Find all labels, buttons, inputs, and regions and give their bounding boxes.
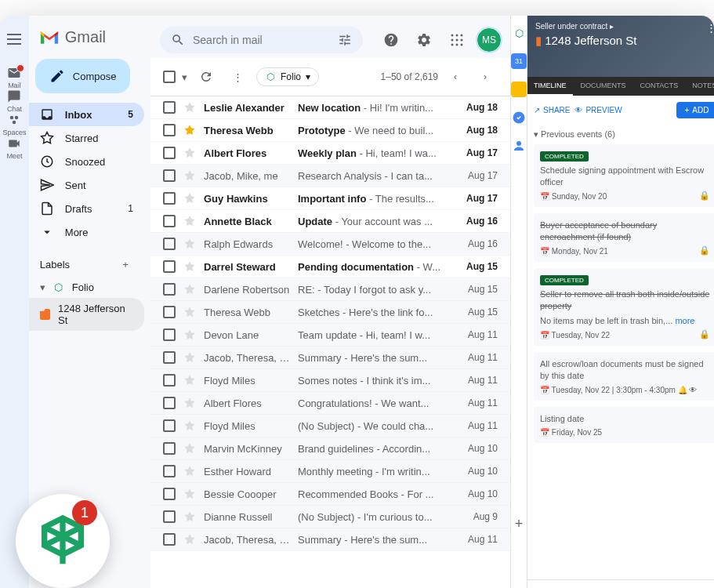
event-card[interactable]: Listing date📅 Friday, Nov 25	[534, 407, 714, 443]
email-row[interactable]: Jacob, Theresa, meSummary - Here's the s…	[150, 528, 510, 551]
email-checkbox[interactable]	[163, 238, 176, 250]
email-row[interactable]: Esther HowardMonthly meeting - I'm writi…	[150, 460, 510, 483]
folio-rail-icon[interactable]: ⬡	[511, 25, 527, 41]
folio-filter[interactable]: ⬡ Folio ▾	[256, 67, 319, 86]
star-icon[interactable]	[183, 397, 196, 409]
preview-button[interactable]: 👁 PREVIEW	[574, 106, 622, 114]
email-row[interactable]: Albert FloresCongratulations! - We want.…	[150, 392, 510, 415]
star-icon[interactable]	[183, 419, 196, 432]
keep-rail-icon[interactable]	[511, 82, 527, 97]
star-icon[interactable]	[183, 192, 196, 205]
label-item[interactable]: 1248 Jefferson St	[29, 298, 144, 331]
email-row[interactable]: Jacob, Theresa, meSummary - Here's the s…	[150, 347, 510, 369]
settings-icon[interactable]	[411, 27, 437, 53]
star-icon[interactable]	[183, 374, 196, 387]
email-row[interactable]: Floyd Miles(No Subject) - We could cha..…	[150, 415, 510, 437]
select-all-checkbox[interactable]	[163, 71, 176, 83]
email-row[interactable]: Darrel StewardPending documentation - W.…	[150, 256, 510, 278]
nav-drafts[interactable]: Drafts1	[29, 197, 144, 220]
email-row[interactable]: Floyd MilesSomes notes - I think it's im…	[150, 369, 510, 392]
star-icon[interactable]	[183, 260, 196, 273]
email-checkbox[interactable]	[163, 101, 176, 114]
email-row[interactable]: Jacob, Mike, meResearch Analysis - I can…	[150, 165, 510, 187]
email-checkbox[interactable]	[163, 397, 176, 409]
email-row[interactable]: Marvin McKinneyBrand guidelines - Accord…	[150, 437, 510, 460]
previous-events-toggle[interactable]: ▾ Previous events (6)	[534, 125, 714, 144]
tab-notes[interactable]: NOTES	[686, 77, 714, 96]
star-icon[interactable]	[183, 283, 196, 296]
email-checkbox[interactable]	[163, 260, 176, 273]
star-icon[interactable]	[183, 101, 196, 114]
panel-menu[interactable]: ⋮	[706, 22, 714, 34]
email-checkbox[interactable]	[163, 147, 176, 159]
avatar[interactable]: MS	[477, 28, 501, 52]
add-label-button[interactable]: +	[118, 256, 133, 272]
email-row[interactable]: Guy HawkinsImportant info - The results.…	[150, 187, 510, 210]
nav-more[interactable]: More	[29, 220, 144, 244]
email-checkbox[interactable]	[163, 488, 176, 500]
apps-icon[interactable]	[444, 27, 469, 53]
event-card[interactable]: COMPLETEDSchedule signing appointment wi…	[534, 144, 714, 207]
rail-mail[interactable]: Mail	[2, 66, 26, 89]
star-icon[interactable]	[183, 488, 196, 500]
prev-page[interactable]: ‹	[443, 64, 468, 89]
email-row[interactable]: Ralph EdwardsWelcome! - Welcome to the..…	[150, 233, 510, 256]
nav-inbox[interactable]: Inbox5	[29, 103, 144, 126]
share-button[interactable]: ↗ SHARE	[534, 106, 570, 114]
label-item[interactable]: ▾ ⬡Folio	[29, 277, 144, 298]
select-dropdown[interactable]: ▾	[182, 71, 187, 83]
star-icon[interactable]	[183, 351, 196, 364]
rail-meet[interactable]: Meet	[2, 136, 26, 160]
email-checkbox[interactable]	[163, 442, 176, 455]
star-icon[interactable]	[183, 465, 196, 477]
tune-icon[interactable]	[338, 33, 352, 47]
email-checkbox[interactable]	[163, 419, 176, 432]
event-card[interactable]: All escrow/loan documents must be signed…	[534, 352, 714, 401]
email-checkbox[interactable]	[163, 306, 176, 318]
next-page[interactable]: ›	[473, 64, 498, 89]
email-checkbox[interactable]	[163, 510, 176, 523]
star-icon[interactable]	[183, 442, 196, 455]
email-checkbox[interactable]	[163, 533, 176, 546]
folio-float-badge[interactable]: 1	[16, 494, 110, 588]
search-input[interactable]	[193, 34, 330, 46]
email-row[interactable]: Dianne Russell(No Subject) - I'm curious…	[150, 506, 510, 528]
email-checkbox[interactable]	[163, 328, 176, 341]
add-rail-icon[interactable]: +	[511, 516, 527, 532]
star-icon[interactable]	[183, 306, 196, 318]
tasks-rail-icon[interactable]	[511, 110, 527, 125]
tab-timeline[interactable]: TIMELINE	[527, 77, 573, 96]
email-checkbox[interactable]	[163, 465, 176, 477]
calendar-rail-icon[interactable]: 31	[511, 53, 527, 69]
menu-button[interactable]	[2, 27, 27, 52]
contacts-rail-icon[interactable]	[511, 138, 527, 154]
email-checkbox[interactable]	[163, 192, 176, 205]
email-checkbox[interactable]	[163, 124, 176, 136]
tab-documents[interactable]: DOCUMENTS	[574, 77, 632, 96]
email-row[interactable]: Bessie CoooperRecommended Books - For ..…	[150, 483, 510, 506]
star-icon[interactable]	[183, 510, 196, 523]
refresh-button[interactable]	[194, 64, 219, 89]
star-icon[interactable]	[183, 169, 196, 182]
compose-button[interactable]: Compose	[35, 59, 131, 93]
email-checkbox[interactable]	[163, 215, 176, 227]
email-checkbox[interactable]	[163, 351, 176, 364]
more-button[interactable]: ⋮	[225, 64, 250, 89]
nav-starred[interactable]: Starred	[29, 126, 144, 150]
star-icon[interactable]	[183, 238, 196, 250]
email-row[interactable]: Theresa WebbSketches - Here's the link f…	[150, 301, 510, 324]
star-icon[interactable]	[183, 328, 196, 341]
help-icon[interactable]	[379, 27, 404, 53]
add-button[interactable]: + ADD	[676, 102, 714, 118]
rail-spaces[interactable]: Spaces	[2, 113, 26, 136]
email-row[interactable]: Darlene RobertsonRE: - Today I forgot to…	[150, 278, 510, 301]
event-card[interactable]: COMPLETEDSeller to remove all trash both…	[534, 268, 714, 346]
event-card[interactable]: Buyer acceptance of boundary encroachmen…	[534, 213, 714, 262]
email-row[interactable]: Annette BlackUpdate - Your account was .…	[150, 210, 510, 233]
star-icon[interactable]	[183, 124, 196, 136]
star-icon[interactable]	[183, 215, 196, 227]
tab-contacts[interactable]: CONTACTS	[634, 77, 685, 96]
email-row[interactable]: Theresa WebbPrototype - We need to buil.…	[150, 119, 510, 142]
star-icon[interactable]	[183, 147, 196, 159]
email-checkbox[interactable]	[163, 374, 176, 387]
